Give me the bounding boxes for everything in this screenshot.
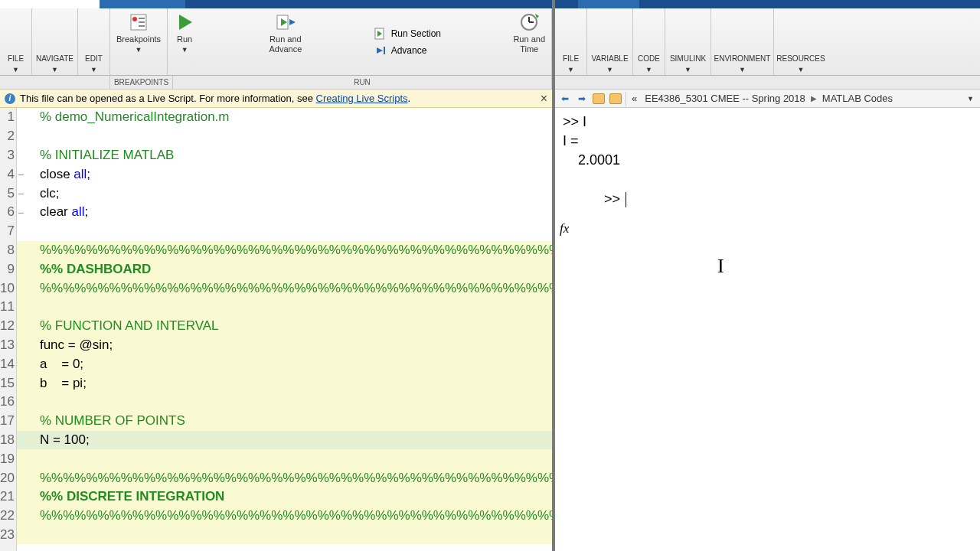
line-number[interactable]: 4 xyxy=(0,165,16,184)
code-line[interactable]: % NUMBER OF POINTS xyxy=(17,412,552,431)
advance-button[interactable]: Advance xyxy=(374,44,441,57)
code-line[interactable] xyxy=(17,127,552,146)
cmd-line: I = xyxy=(563,132,972,151)
matlab-main-window: FILE ▼ VARIABLE ▼ CODE ▼ SIMULINK ▼ ENVI… xyxy=(555,0,980,551)
line-number[interactable]: 21 xyxy=(0,487,16,507)
breakpoints-icon xyxy=(128,11,149,33)
edit-label: EDIT xyxy=(85,54,103,63)
line-number[interactable]: 18 xyxy=(0,431,16,450)
line-number[interactable]: 6 xyxy=(0,203,16,222)
tab-view[interactable] xyxy=(185,0,271,8)
ibeam-cursor-icon: I xyxy=(717,255,724,278)
code-line[interactable]: %% DISCRETE INTEGRATION xyxy=(17,487,552,507)
code-area[interactable]: % demo_NumericalIntegration.m% INITIALIZ… xyxy=(17,108,552,551)
code-line[interactable]: %%%%%%%%%%%%%%%%%%%%%%%%%%%%%%%%%%%%%%%%… xyxy=(17,468,552,487)
play-advance-icon xyxy=(275,11,296,33)
code-line[interactable]: N = 100; xyxy=(17,431,552,450)
line-number[interactable]: 15 xyxy=(0,373,16,393)
code-line[interactable] xyxy=(17,449,552,468)
creating-live-scripts-link[interactable]: Creating Live Scripts xyxy=(316,93,408,104)
code-line[interactable]: % INITIALIZE MATLAB xyxy=(17,146,552,165)
code-editor[interactable]: 1234567891011121314151617181920212223 % … xyxy=(0,108,552,551)
svg-marker-5 xyxy=(179,15,192,30)
chevron-down-icon: ▼ xyxy=(645,66,652,73)
toolstrip-edit[interactable]: EDIT ▼ xyxy=(78,8,110,75)
forward-button[interactable]: ➡ xyxy=(575,92,589,106)
code-line[interactable]: %%%%%%%%%%%%%%%%%%%%%%%%%%%%%%%%%%%%%%%%… xyxy=(17,507,552,526)
back-button[interactable]: ⬅ xyxy=(558,92,572,106)
line-number[interactable]: 7 xyxy=(0,222,16,241)
line-number[interactable]: 8 xyxy=(0,241,16,260)
line-number[interactable]: 14 xyxy=(0,354,16,373)
toolstrip-file-r[interactable]: FILE ▼ xyxy=(555,8,587,75)
run-section-icon xyxy=(374,27,388,41)
breadcrumb-item[interactable]: EE4386_5301 CMEE -- Spring 2018 xyxy=(642,93,808,104)
chevron-down-icon: ▼ xyxy=(51,66,58,73)
code-line[interactable]: %%%%%%%%%%%%%%%%%%%%%%%%%%%%%%%%%%%%%%%%… xyxy=(17,279,552,298)
folder-icon xyxy=(593,93,605,104)
chevron-down-icon[interactable]: ▼ xyxy=(967,95,977,103)
cmd-line: 2.0001 xyxy=(563,151,972,170)
line-number[interactable]: 11 xyxy=(0,298,16,317)
section-run-label: RUN xyxy=(173,76,552,89)
breadcrumb-prefix[interactable]: « xyxy=(629,93,639,104)
line-number[interactable]: 19 xyxy=(0,449,16,468)
code-line[interactable]: clc; xyxy=(17,184,552,203)
toolstrip-file[interactable]: FILE ▼ xyxy=(0,8,32,75)
chevron-down-icon: ▼ xyxy=(90,66,97,73)
cmd-line: >> I xyxy=(563,112,972,132)
toolstrip-code[interactable]: CODE ▼ xyxy=(633,8,665,75)
line-number[interactable]: 20 xyxy=(0,468,16,487)
main-tabs xyxy=(555,0,980,8)
run-and-time-button[interactable]: Run and Time xyxy=(507,8,551,75)
browse-button[interactable] xyxy=(609,92,622,106)
line-number[interactable]: 1 xyxy=(0,108,16,127)
code-line[interactable] xyxy=(17,526,552,545)
cmd-prompt-line[interactable]: >> xyxy=(563,171,972,229)
line-number[interactable]: 12 xyxy=(0,317,16,336)
toolstrip-environment[interactable]: ENVIRONMENT ▼ xyxy=(711,8,774,75)
code-line[interactable] xyxy=(17,298,552,317)
breadcrumb-item[interactable]: MATLAB Codes xyxy=(820,93,895,104)
code-line[interactable]: clear all; xyxy=(17,203,552,222)
breakpoints-button[interactable]: Breakpoints ▼ xyxy=(110,8,167,75)
code-line[interactable]: % FUNCTION AND INTERVAL xyxy=(17,317,552,336)
line-number[interactable]: 5 xyxy=(0,184,16,203)
line-number[interactable]: 16 xyxy=(0,393,16,412)
toolstrip-variable[interactable]: VARIABLE ▼ xyxy=(587,8,633,75)
code-line[interactable]: % demo_NumericalIntegration.m xyxy=(17,108,552,127)
tab-plots[interactable] xyxy=(578,0,609,8)
code-line[interactable] xyxy=(17,222,552,241)
run-and-advance-button[interactable]: Run and Advance xyxy=(263,8,308,75)
code-line[interactable]: b = pi; xyxy=(17,373,552,393)
toolstrip-simulink[interactable]: SIMULINK ▼ xyxy=(665,8,711,75)
tab-editor[interactable] xyxy=(0,0,100,8)
command-window[interactable]: >> I I = 2.0001 >> fx I xyxy=(555,108,980,551)
close-icon[interactable]: × xyxy=(541,92,547,106)
tab-publish[interactable] xyxy=(100,0,185,8)
toolstrip-navigate[interactable]: NAVIGATE ▼ xyxy=(32,8,78,75)
line-number[interactable]: 22 xyxy=(0,507,16,526)
chevron-down-icon: ▼ xyxy=(181,46,188,54)
code-line[interactable] xyxy=(17,393,552,412)
line-number[interactable]: 9 xyxy=(0,259,16,279)
toolstrip-resources[interactable]: RESOURCES ▼ xyxy=(774,8,828,75)
line-number[interactable]: 2 xyxy=(0,127,16,146)
main-toolstrip: FILE ▼ VARIABLE ▼ CODE ▼ SIMULINK ▼ ENVI… xyxy=(555,8,980,76)
code-line[interactable]: %% DASHBOARD xyxy=(17,259,552,279)
code-line[interactable]: func = @sin; xyxy=(17,336,552,355)
run-button[interactable]: Run ▼ xyxy=(168,8,201,75)
line-number[interactable]: 3 xyxy=(0,146,16,165)
run-section-button[interactable]: Run Section xyxy=(374,27,441,41)
fx-icon[interactable]: fx xyxy=(560,221,569,236)
line-number[interactable]: 13 xyxy=(0,336,16,355)
line-number[interactable]: 10 xyxy=(0,279,16,298)
code-line[interactable]: a = 0; xyxy=(17,354,552,373)
tab-apps[interactable] xyxy=(609,0,639,8)
line-number[interactable]: 17 xyxy=(0,412,16,431)
editor-toolstrip: FILE ▼ NAVIGATE ▼ EDIT ▼ Breakpoints ▼ xyxy=(0,8,552,76)
up-folder-button[interactable] xyxy=(592,92,606,106)
line-number[interactable]: 23 xyxy=(0,526,16,545)
code-line[interactable]: close all; xyxy=(17,165,552,184)
code-line[interactable]: %%%%%%%%%%%%%%%%%%%%%%%%%%%%%%%%%%%%%%%%… xyxy=(17,241,552,260)
